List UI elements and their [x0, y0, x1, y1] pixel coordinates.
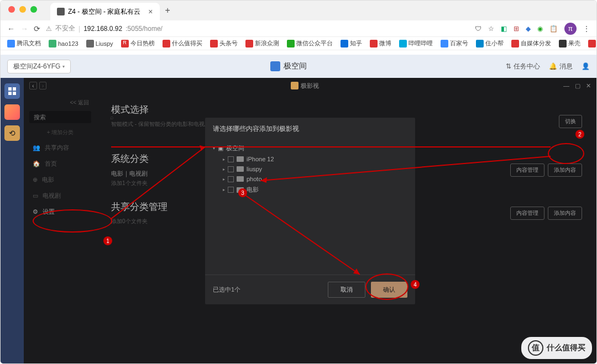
- new-tab-button[interactable]: +: [165, 6, 170, 15]
- nav-fwd-icon[interactable]: →: [20, 24, 28, 33]
- bookmark-item[interactable]: Liuspy: [86, 40, 113, 48]
- brand: 极空间: [270, 61, 307, 71]
- browser-tab-bar: Z4 - 极空间 - 家庭私有云 × +: [1, 1, 596, 20]
- task-center-link[interactable]: ⇅任务中心: [506, 62, 540, 71]
- cancel-button[interactable]: 取消: [328, 282, 365, 298]
- bookmark-item[interactable]: 京东: [588, 39, 596, 48]
- left-rail: ⟲: [1, 78, 24, 363]
- people-icon: 👥: [33, 144, 40, 151]
- ext2-icon[interactable]: ⊞: [514, 25, 519, 33]
- folder-tree: ▾▣极空间 ▸iPhone 12 ▸liuspy ▸photo ▸电影: [205, 140, 415, 275]
- tree-item[interactable]: ▸photo: [213, 174, 407, 184]
- content-mgmt-button-2[interactable]: 内容管理: [510, 207, 544, 220]
- bookmark-item[interactable]: R今日热榜: [121, 39, 155, 48]
- star-icon[interactable]: ☆: [488, 25, 494, 33]
- ext1-icon[interactable]: ◧: [501, 25, 507, 33]
- sidebar-item-tv[interactable]: ▭电视剧: [27, 188, 93, 204]
- gear-icon: ⚙: [33, 208, 38, 215]
- bookmark-item[interactable]: 百家号: [441, 39, 468, 48]
- tree-root[interactable]: ▾▣极空间: [213, 143, 407, 154]
- transfer-icon: ⇅: [506, 62, 511, 70]
- bookmark-item[interactable]: 什么值得买: [163, 39, 202, 48]
- folder-select-modal: 请选择哪些内容添加到极影视 ▾▣极空间 ▸iPhone 12 ▸liuspy ▸…: [205, 118, 415, 304]
- sys-sub1: 电影｜电视剧: [111, 170, 149, 178]
- app-icon: [291, 82, 298, 89]
- folder-icon: [237, 156, 244, 162]
- browser-tab[interactable]: Z4 - 极空间 - 家庭私有云 ×: [50, 3, 160, 20]
- bell-icon: 🔔: [549, 62, 557, 70]
- url-field[interactable]: ⚠ 不安全 | 192.168.0.92:5055/home/: [46, 24, 469, 33]
- brand-logo-icon: [270, 61, 280, 71]
- annotation-num-2: 2: [575, 130, 584, 139]
- add-content-button-2[interactable]: 添加内容: [548, 207, 582, 220]
- tree-item[interactable]: ▸iPhone 12: [213, 154, 407, 164]
- checkbox[interactable]: [228, 176, 234, 182]
- insecure-icon: ⚠: [46, 25, 52, 33]
- checkbox[interactable]: [228, 166, 234, 172]
- share-sub: 添加0个文件夹: [111, 218, 167, 225]
- traffic-light-max[interactable]: [30, 6, 37, 13]
- svg-rect-2: [8, 92, 12, 95]
- annotation-num-3: 3: [238, 188, 247, 197]
- sidebar-item-home[interactable]: 🏠首页: [27, 156, 93, 172]
- tab-title: Z4 - 极空间 - 家庭私有云: [68, 7, 140, 17]
- sidebar-item-movie[interactable]: ⊕电影: [27, 172, 93, 188]
- minimize-icon[interactable]: —: [563, 82, 569, 89]
- folder-icon: [237, 166, 244, 172]
- close-icon[interactable]: ✕: [586, 82, 591, 89]
- shield-icon[interactable]: 🛡: [475, 25, 481, 33]
- movie-icon: ⊕: [33, 176, 38, 183]
- maximize-icon[interactable]: ▢: [575, 82, 580, 89]
- search-box[interactable]: ⌕: [29, 111, 91, 123]
- sidebar-item-settings[interactable]: ⚙设置: [27, 204, 93, 220]
- device-selector[interactable]: 极空间Z4-6YFG▾: [7, 60, 71, 73]
- bookmark-item[interactable]: 新浪众测: [245, 39, 279, 48]
- url-path: :5055/home/: [125, 25, 163, 33]
- confirm-button[interactable]: 确认: [371, 282, 407, 298]
- tv-icon: ▭: [33, 192, 38, 199]
- nav-reload-icon[interactable]: ⟳: [34, 24, 40, 33]
- tab-close-icon[interactable]: ×: [148, 7, 153, 16]
- add-content-button[interactable]: 添加内容: [548, 163, 582, 177]
- traffic-light-close[interactable]: [8, 6, 15, 13]
- ext3-icon[interactable]: ◆: [526, 25, 531, 33]
- ext4-icon[interactable]: ◉: [537, 25, 543, 33]
- bookmark-item[interactable]: 微博: [370, 39, 391, 48]
- menu-icon[interactable]: ⋮: [583, 25, 590, 33]
- bookmark-item[interactable]: 微信公众平台: [287, 39, 333, 48]
- checkbox[interactable]: [228, 156, 234, 162]
- bookmarks-bar: 腾讯文档 hao123 Liuspy R今日热榜 什么值得买 头条号 新浪众测 …: [1, 37, 596, 50]
- ext5-icon[interactable]: 📋: [549, 25, 558, 33]
- insecure-label: 不安全: [55, 24, 75, 33]
- rail-apps-icon[interactable]: [4, 83, 20, 99]
- rail-media-icon[interactable]: ⟲: [4, 125, 20, 141]
- drive-icon: ▣: [218, 145, 223, 152]
- nav-back-group[interactable]: ‹›: [29, 82, 46, 89]
- bookmark-item[interactable]: 腾讯文档: [7, 39, 41, 48]
- bookmark-item[interactable]: 哔哩哔哩: [399, 39, 433, 48]
- rail-gallery-icon[interactable]: [4, 104, 20, 120]
- address-bar: ← → ⟳ ⚠ 不安全 | 192.168.0.92:5055/home/ 🛡 …: [1, 20, 596, 37]
- bookmark-item[interactable]: 果壳: [559, 39, 580, 48]
- tree-item[interactable]: ▸liuspy: [213, 164, 407, 174]
- svg-rect-3: [13, 92, 16, 95]
- bookmark-item[interactable]: 知乎: [341, 39, 362, 48]
- content-mgmt-button[interactable]: 内容管理: [510, 163, 544, 177]
- bookmark-item[interactable]: 头条号: [210, 39, 238, 48]
- side-panel: << 返回 ⌕ + 增加分类 👥共享内容 🏠首页 ⊕电影 ▭电视剧 ⚙设置: [24, 93, 97, 363]
- side-back-link[interactable]: << 返回: [27, 97, 93, 109]
- profile-avatar[interactable]: π: [564, 23, 577, 35]
- nav-back-icon[interactable]: ←: [7, 24, 15, 33]
- traffic-light-min[interactable]: [19, 6, 26, 13]
- bookmark-item[interactable]: 住小帮: [476, 39, 504, 48]
- sidebar-item-share[interactable]: 👥共享内容: [27, 140, 93, 156]
- checkbox[interactable]: [228, 187, 234, 193]
- home-icon: 🏠: [33, 160, 40, 167]
- user-icon[interactable]: 👤: [582, 62, 590, 70]
- bookmark-item[interactable]: hao123: [49, 40, 78, 48]
- svg-rect-0: [8, 87, 12, 91]
- bookmark-item[interactable]: 自媒体分发: [511, 39, 551, 48]
- messages-link[interactable]: 🔔消息: [549, 62, 573, 71]
- add-category-button[interactable]: + 增加分类: [27, 125, 93, 140]
- switch-button[interactable]: 切换: [559, 115, 582, 128]
